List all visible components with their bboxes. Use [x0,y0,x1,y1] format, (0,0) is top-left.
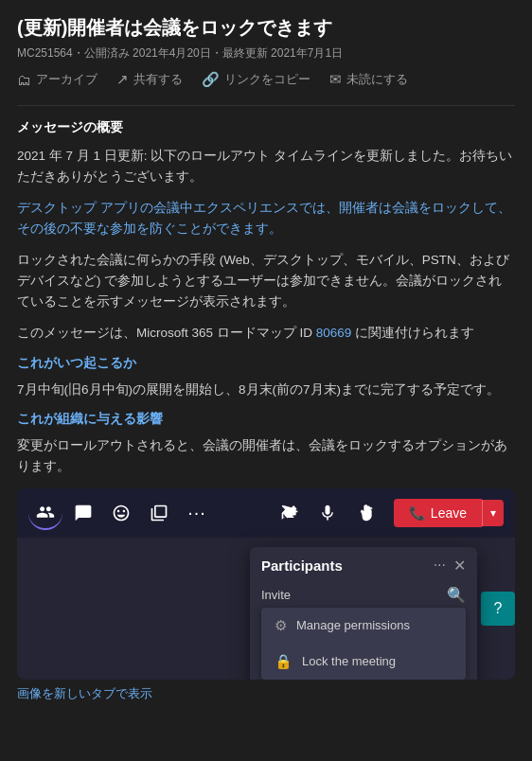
leave-button[interactable]: 📞 Leave [394,499,482,527]
overview-heading: メッセージの概要 [17,119,515,136]
lock-meeting-item[interactable]: 🔒 Lock the meeting [261,644,466,680]
body-text-4: このメッセージは、Microsoft 365 ロードマップ ID 80669 に… [17,323,515,344]
lock-icon: 🔒 [275,653,293,670]
reactions-icon[interactable] [104,496,138,530]
page-container: (更新)開催者は会議をロックできます MC251564・公開済み 2021年4月… [0,0,532,717]
people-icon[interactable] [28,496,62,530]
view-image-link[interactable]: 画像を新しいタブで表示 [17,685,152,702]
archive-action[interactable]: 🗂 アーカイブ [17,71,98,88]
impact-heading: これが組織に与える影響 [17,411,515,428]
chat-icon[interactable] [66,496,100,530]
raise-hand-icon[interactable] [348,496,382,530]
panel-header-icons: ··· ✕ [434,557,466,575]
share-tray-icon[interactable] [142,496,176,530]
unread-label: 未読にする [346,71,408,88]
help-button[interactable]: ? [481,592,515,626]
meeting-toolbar: ··· 📞 Leave ▾ [17,488,515,538]
body-text-1: 2021 年 7 月 1 日更新: 以下のロールアウト タイムラインを更新しまし… [17,146,515,186]
copy-link-label: リンクをコピー [224,71,310,88]
page-title: (更新)開催者は会議をロックできます [17,15,515,40]
dropdown-menu: ⚙ Manage permissions 🔒 Lock the meeting [261,608,466,680]
leave-phone-icon: 📞 [409,505,425,521]
leave-button-group[interactable]: 📞 Leave ▾ [394,499,504,527]
more-icon[interactable]: ··· [180,496,214,530]
mic-icon[interactable] [310,496,345,530]
invite-label: Invite [261,588,291,602]
gear-icon: ⚙ [275,617,287,634]
manage-permissions-label: Manage permissions [296,618,410,632]
share-action[interactable]: ↗ 共有する [116,71,183,88]
roadmap-link[interactable]: 80669 [316,326,352,340]
body-text-5: 7月中旬(旧6月中旬)の展開を開始し、8月末(前の7月末)までに完了する予定です… [17,380,515,400]
leave-dropdown-button[interactable]: ▾ [482,500,504,526]
manage-permissions-item[interactable]: ⚙ Manage permissions [261,608,466,644]
camera-off-icon[interactable] [273,496,307,530]
panel-header: Participants ··· ✕ [250,547,477,582]
link-icon: 🔗 [202,71,220,88]
share-icon: ↗ [116,71,129,88]
copy-link-action[interactable]: 🔗 リンクをコピー [202,71,310,88]
page-meta: MC251564・公開済み 2021年4月20日・最終更新 2021年7月1日 [17,45,515,62]
actions-row: 🗂 アーカイブ ↗ 共有する 🔗 リンクをコピー ✉ 未読にする [17,71,515,88]
panel-invite-row: Invite 🔍 [250,582,477,608]
leave-label: Leave [431,505,467,521]
lock-meeting-label: Lock the meeting [302,654,396,668]
meeting-ui: ··· 📞 Leave ▾ [17,488,515,680]
mail-icon: ✉ [329,71,342,88]
archive-icon: 🗂 [17,72,31,88]
panel-title: Participants [261,557,343,574]
panel-more-icon[interactable]: ··· [434,557,446,574]
body-text-3: ロックされた会議に何らかの手段 (Web、デスクトップ、モバイル、PSTN、およ… [17,250,515,311]
search-icon[interactable]: 🔍 [447,586,466,604]
body4-prefix: このメッセージは、Microsoft 365 ロードマップ ID [17,326,316,340]
share-label: 共有する [133,71,183,88]
participants-panel: Participants ··· ✕ Invite 🔍 ⚙ Manage per… [250,547,477,680]
panel-close-icon[interactable]: ✕ [453,557,466,575]
meeting-content: Participants ··· ✕ Invite 🔍 ⚙ Manage per… [17,538,515,680]
question-icon: ? [494,600,503,617]
body-text-6: 変更がロールアウトされると、会議の開催者は、会議をロックするオプションがあります… [17,435,515,476]
archive-label: アーカイブ [36,71,98,88]
body4-suffix: に関連付けられます [355,326,474,340]
when-heading: これがいつ起こるか [17,355,515,372]
body-text-2: デスクトップ アプリの会議中エクスペリエンスでは、開催者は会議をロックして、その… [17,198,515,239]
unread-action[interactable]: ✉ 未読にする [329,71,408,88]
divider [17,105,515,106]
